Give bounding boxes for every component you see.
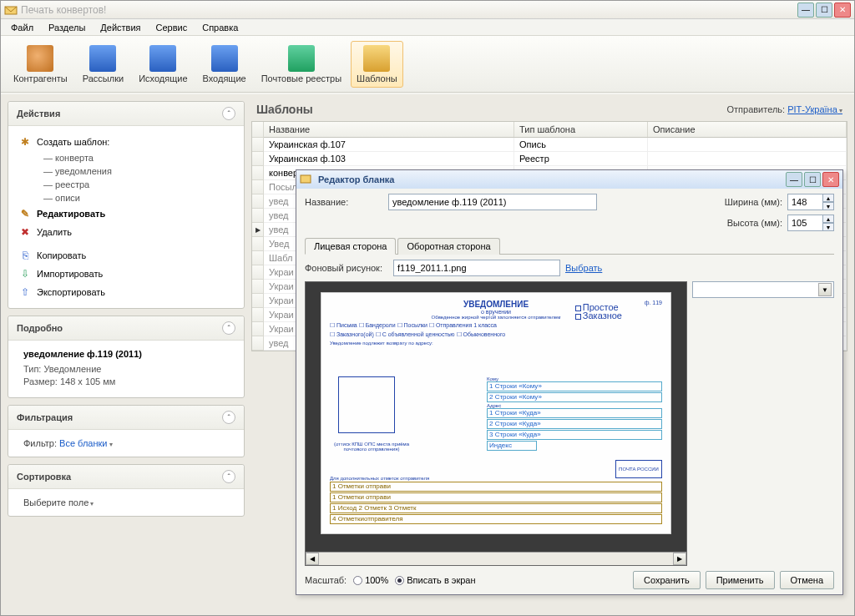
action-copy[interactable]: ⎘ Копировать	[13, 246, 239, 265]
maximize-button[interactable]: ☐	[816, 3, 832, 18]
cancel-button[interactable]: Отмена	[780, 571, 834, 589]
radio-icon	[395, 576, 404, 585]
scroll-left-icon[interactable]: ◀	[306, 553, 319, 565]
table-row[interactable]: Украинская ф.107Опись	[264, 138, 847, 152]
filter-dropdown[interactable]: Все бланки	[59, 438, 113, 448]
table-row[interactable]: Украинская ф.103Реестр	[264, 152, 847, 166]
app-icon	[4, 3, 18, 17]
create-registry[interactable]: — реестра	[13, 178, 239, 191]
panel-details: Подробно ˆ уведомление ф.119 (2011) Тип:…	[8, 316, 245, 398]
delete-icon: ✖	[18, 225, 32, 239]
sender-dropdown[interactable]: РІТ-Україна	[787, 104, 842, 114]
collapse-icon[interactable]: ˆ	[222, 321, 235, 335]
editor-close-button[interactable]: ✕	[822, 172, 839, 187]
tab-front[interactable]: Лицевая сторона	[305, 238, 396, 255]
scale-100-radio[interactable]: 100%	[353, 575, 388, 585]
height-spinner[interactable]: ▲ ▼	[787, 215, 834, 231]
editor-dialog: Редактор бланка — ☐ ✕ Название: Ширина (…	[296, 169, 843, 595]
panel-actions: Действия ˆ ✱ Создать шаблон: — конверта …	[8, 101, 245, 309]
contragents-icon	[27, 45, 53, 72]
save-button[interactable]: Сохранить	[633, 571, 701, 589]
editor-minimize-button[interactable]: —	[786, 172, 802, 187]
registries-icon	[288, 45, 315, 72]
menu-service[interactable]: Сервис	[149, 21, 195, 34]
menubar: Файл Разделы Действия Сервис Справка	[1, 19, 854, 36]
action-import[interactable]: ⇩ Импортировать	[13, 265, 239, 283]
detail-type: Тип: Уведомление	[23, 364, 229, 374]
element-dropdown[interactable]: ▼	[692, 281, 834, 298]
detail-size: Размер: 148 x 105 мм	[23, 376, 229, 386]
content-header: Шаблоны Отправитель: РІТ-Україна	[251, 101, 847, 121]
import-icon: ⇩	[18, 267, 32, 280]
tab-back[interactable]: Оборотная сторона	[397, 238, 499, 255]
panel-actions-header: Действия ˆ	[8, 102, 244, 126]
mailings-icon	[89, 45, 116, 72]
minimize-button[interactable]: —	[797, 3, 814, 18]
menu-help[interactable]: Справка	[195, 21, 245, 34]
template-name-input[interactable]	[388, 194, 597, 210]
toolbar-contragents[interactable]: Контрагенты	[8, 41, 73, 88]
preview-frame: ф. 119 Простое Заказное УВЕДОМЛЕНИЕ о вр…	[305, 281, 687, 566]
collapse-icon[interactable]: ˆ	[222, 470, 235, 483]
toolbar-incoming[interactable]: Входящие	[197, 41, 252, 88]
spin-down-icon[interactable]: ▼	[822, 202, 834, 210]
col-name[interactable]: Название	[264, 122, 514, 137]
editor-icon	[300, 173, 313, 186]
create-inventory[interactable]: — описи	[13, 191, 239, 204]
menu-file[interactable]: Файл	[4, 21, 40, 34]
choose-bg-link[interactable]: Выбрать	[565, 263, 602, 273]
scale-fit-radio[interactable]: Вписать в экран	[395, 575, 475, 585]
toolbar-mailings[interactable]: Рассылки	[77, 41, 129, 88]
sort-dropdown[interactable]: Выберите поле	[23, 497, 94, 507]
outgoing-icon	[149, 45, 176, 72]
spin-up-icon[interactable]: ▲	[822, 215, 834, 223]
create-notification[interactable]: — уведомления	[13, 164, 239, 178]
copy-icon: ⎘	[18, 249, 32, 262]
panel-filter-header: Фильтрация ˆ	[8, 406, 244, 430]
radio-icon	[353, 576, 362, 585]
stamp-box	[338, 376, 395, 433]
h-scrollbar[interactable]: ◀ ▶	[306, 552, 686, 565]
templates-icon	[363, 45, 390, 72]
titlebar: Печать конвертов! — ☐ ✕	[1, 1, 854, 19]
form-preview[interactable]: ф. 119 Простое Заказное УВЕДОМЛЕНИЕ о вр…	[321, 292, 671, 534]
col-type[interactable]: Тип шаблона	[514, 122, 648, 137]
action-delete[interactable]: ✖ Удалить	[13, 223, 239, 241]
col-desc[interactable]: Описание	[648, 122, 847, 137]
toolbar-registries[interactable]: Почтовые реестры	[255, 41, 347, 88]
toolbar-templates[interactable]: Шаблоны	[351, 41, 403, 88]
scroll-right-icon[interactable]: ▶	[673, 553, 686, 565]
panel-details-header: Подробно ˆ	[8, 316, 244, 341]
collapse-icon[interactable]: ˆ	[222, 107, 235, 120]
spin-up-icon[interactable]: ▲	[822, 194, 834, 202]
apply-button[interactable]: Применить	[706, 571, 775, 589]
chevron-down-icon[interactable]: ▼	[818, 283, 832, 296]
side-tabs: Лицевая сторона Оборотная сторона	[305, 237, 834, 255]
action-edit[interactable]: ✎ Редактировать	[13, 204, 239, 223]
action-create[interactable]: ✱ Создать шаблон:	[13, 133, 239, 151]
export-icon: ⇧	[18, 285, 32, 299]
menu-sections[interactable]: Разделы	[42, 21, 92, 34]
window-controls: — ☐ ✕	[797, 3, 851, 18]
close-button[interactable]: ✕	[834, 3, 851, 18]
collapse-icon[interactable]: ˆ	[222, 411, 235, 424]
svg-rect-1	[301, 175, 311, 183]
editor-maximize-button[interactable]: ☐	[804, 172, 821, 187]
width-spinner[interactable]: ▲ ▼	[787, 194, 834, 210]
sidebar: Действия ˆ ✱ Создать шаблон: — конверта …	[8, 101, 245, 608]
content-title: Шаблоны	[256, 103, 313, 116]
create-envelope[interactable]: — конверта	[13, 151, 239, 164]
toolbar-outgoing[interactable]: Исходящие	[133, 41, 193, 88]
editor-titlebar[interactable]: Редактор бланка — ☐ ✕	[296, 170, 842, 189]
panel-sort: Сортировка ˆ Выберите поле	[8, 464, 245, 517]
bg-image-input[interactable]	[393, 260, 560, 276]
detail-name: уведомление ф.119 (2011)	[23, 349, 229, 359]
new-icon: ✱	[18, 135, 32, 149]
toolbar: Контрагенты Рассылки Исходящие Входящие …	[1, 36, 854, 93]
menu-actions[interactable]: Действия	[94, 21, 147, 34]
edit-icon: ✎	[18, 207, 32, 220]
incoming-icon	[211, 45, 238, 72]
action-export[interactable]: ⇧ Экспортировать	[13, 283, 239, 301]
panel-filter: Фильтрация ˆ Фильтр: Все бланки	[8, 405, 245, 457]
spin-down-icon[interactable]: ▼	[822, 223, 834, 231]
